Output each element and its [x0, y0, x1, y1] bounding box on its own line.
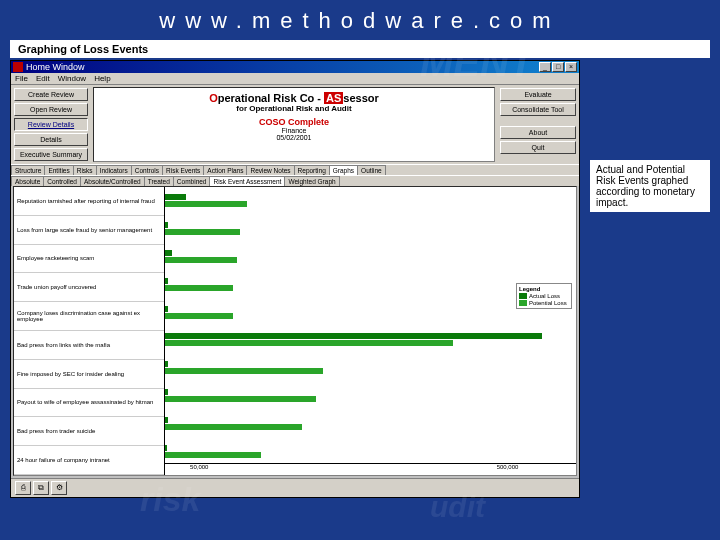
legend-swatch-actual [519, 293, 527, 299]
tab-indicators[interactable]: Indicators [96, 165, 132, 175]
tab-outline[interactable]: Outline [357, 165, 386, 175]
tab-structure[interactable]: Structure [11, 165, 45, 175]
chart-row-label: Company loses discrimination case agains… [14, 302, 164, 331]
bar-actual [165, 445, 167, 451]
consolidate-tool-button[interactable]: Consolidate Tool [500, 103, 576, 116]
banner-panel: Operational Risk Co - ASsessor for Opera… [93, 87, 495, 162]
menu-help[interactable]: Help [94, 74, 110, 83]
tab-entities[interactable]: Entities [44, 165, 73, 175]
tabs-row-sub: AbsoluteControlledAbsolute/ControlledTre… [11, 175, 579, 186]
legend-label-potential: Potential Loss [529, 300, 567, 306]
chart-row-label: Trade union payoff uncovered [14, 273, 164, 302]
quit-button[interactable]: Quit [500, 141, 576, 154]
bar-actual [165, 389, 168, 395]
product-tagline: for Operational Risk and Audit [98, 104, 490, 113]
left-button-panel: Create Review Open Review Review Details… [11, 85, 91, 164]
subtab-controlled[interactable]: Controlled [43, 176, 81, 186]
app-icon [13, 62, 23, 72]
subtab-combined[interactable]: Combined [173, 176, 211, 186]
open-review-button[interactable]: Open Review [14, 103, 88, 116]
subtab-absolute-controlled[interactable]: Absolute/Controlled [80, 176, 145, 186]
bar-actual [165, 417, 168, 423]
bar-actual [165, 250, 172, 256]
bar-potential [165, 452, 261, 458]
maximize-button[interactable]: □ [552, 62, 564, 72]
tab-action-plans[interactable]: Action Plans [203, 165, 247, 175]
bar-actual [165, 278, 168, 284]
settings-icon[interactable]: ⚙ [51, 481, 67, 495]
page-url-header: www.methodware.com [0, 0, 720, 40]
menu-bar: File Edit Window Help [11, 73, 579, 85]
review-date: 05/02/2001 [98, 134, 490, 141]
chart-legend: Legend Actual Loss Potential Loss [516, 283, 572, 309]
chart-row-label: 24 hour failure of company intranet [14, 446, 164, 475]
tab-risks[interactable]: Risks [73, 165, 97, 175]
legend-title: Legend [519, 286, 569, 292]
bar-potential [165, 340, 453, 346]
subtab-treated[interactable]: Treated [144, 176, 174, 186]
tab-controls[interactable]: Controls [131, 165, 163, 175]
tab-reporting[interactable]: Reporting [294, 165, 330, 175]
bar-potential [165, 201, 247, 207]
legend-swatch-potential [519, 300, 527, 306]
bar-actual [165, 306, 168, 312]
slide-annotation: Actual and Potential Risk Events graphed… [590, 160, 710, 212]
chart-row-label: Loss from large scale fraud by senior ma… [14, 216, 164, 245]
bar-potential [165, 285, 233, 291]
subtab-weighted-graph[interactable]: Weighted Graph [284, 176, 339, 186]
tabs-row-main: StructureEntitiesRisksIndicatorsControls… [11, 164, 579, 175]
slide-title: Graphing of Loss Events [10, 40, 710, 58]
menu-edit[interactable]: Edit [36, 74, 50, 83]
chart-area: Reputation tarnished after reporting of … [13, 186, 577, 476]
chart-row-label: Bad press from links with the mafia [14, 331, 164, 360]
chart-row-label: Reputation tarnished after reporting of … [14, 187, 164, 216]
bar-actual [165, 333, 542, 339]
close-button[interactable]: × [565, 62, 577, 72]
product-logo: Operational Risk Co - ASsessor [98, 92, 490, 104]
tab-review-notes[interactable]: Review Notes [246, 165, 294, 175]
bar-potential [165, 257, 237, 263]
chart-row-label: Employee racketeering scam [14, 245, 164, 274]
evaluate-button[interactable]: Evaluate [500, 88, 576, 101]
subtab-absolute[interactable]: Absolute [11, 176, 44, 186]
details-button[interactable]: Details [14, 133, 88, 146]
minimize-button[interactable]: _ [539, 62, 551, 72]
legend-label-actual: Actual Loss [529, 293, 560, 299]
create-review-button[interactable]: Create Review [14, 88, 88, 101]
chart-row-label: Bad press from trader suicide [14, 417, 164, 446]
window-titlebar: Home Window _ □ × [11, 61, 579, 73]
bar-potential [165, 229, 240, 235]
chart-row-label: Fine imposed by SEC for insider dealing [14, 360, 164, 389]
bar-actual [165, 361, 168, 367]
tab-risk-events[interactable]: Risk Events [162, 165, 204, 175]
bar-actual [165, 222, 168, 228]
review-dept: Finance [98, 127, 490, 134]
bar-potential [165, 313, 233, 319]
copy-icon[interactable]: ⧉ [33, 481, 49, 495]
bar-potential [165, 396, 316, 402]
review-details-button[interactable]: Review Details [14, 118, 88, 131]
bar-potential [165, 368, 323, 374]
bottom-toolbar: ⎙ ⧉ ⚙ [11, 478, 579, 497]
print-icon[interactable]: ⎙ [15, 481, 31, 495]
right-button-panel: Evaluate Consolidate Tool About Quit [497, 85, 579, 164]
menu-window[interactable]: Window [58, 74, 86, 83]
app-window: Home Window _ □ × File Edit Window Help … [10, 60, 580, 498]
subtab-risk-event-assessment[interactable]: Risk Event Assessment [209, 176, 285, 186]
review-title: COSO Complete [98, 117, 490, 127]
chart-row-label: Payout to wife of employee assassinated … [14, 389, 164, 418]
about-button[interactable]: About [500, 126, 576, 139]
bar-potential [165, 424, 302, 430]
bar-actual [165, 194, 186, 200]
tab-graphs[interactable]: Graphs [329, 165, 358, 175]
window-title: Home Window [26, 62, 85, 72]
menu-file[interactable]: File [15, 74, 28, 83]
executive-summary-button[interactable]: Executive Summary [14, 148, 88, 161]
